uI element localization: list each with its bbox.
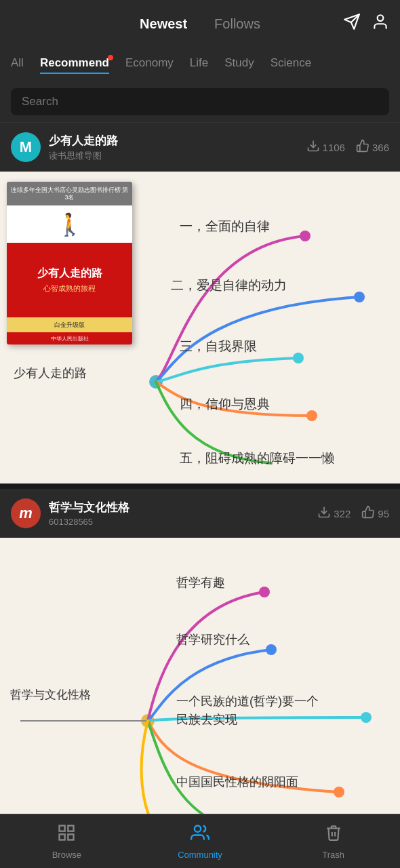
mindmap-1-node-3: 三，自我界限 [180, 338, 257, 355]
mindmap-2: 哲学与文化性格 哲学有趣 哲学研究什么 一个民族的道(哲学)要一个民族去实现 中… [0, 538, 400, 823]
download-icon-2 [317, 505, 331, 522]
avatar-2: m [11, 498, 41, 528]
nav-community-label: Community [178, 850, 222, 860]
mindmap-2-node-3: 一个民族的道(哲学)要一个民族去实现 [176, 692, 319, 729]
svg-point-6 [354, 292, 365, 302]
card-2: m 哲学与文化性格 601328565 322 [0, 489, 400, 823]
svg-rect-16 [60, 825, 65, 831]
mindmap-1-node-5: 五，阻碍成熟的障碍一一懒 [180, 450, 334, 467]
card-2-like-count: 95 [378, 508, 389, 519]
card-2-meta: 哲学与文化性格 601328565 [49, 500, 317, 527]
svg-rect-17 [68, 825, 74, 831]
card-2-download-count: 322 [334, 508, 351, 519]
send-icon[interactable] [343, 13, 361, 35]
search-input[interactable] [11, 88, 389, 115]
svg-point-12 [266, 644, 277, 655]
category-tabs: All Recommend Economy Life Study Science [0, 47, 400, 81]
mindmap-1-node-1: 一，全面的自律 [180, 218, 270, 235]
card-1-meta: 少有人走的路 读书思维导图 [49, 133, 306, 162]
nav-browse-label: Browse [52, 850, 81, 860]
nav-trash-label: Trash [322, 850, 344, 860]
recommend-badge [108, 55, 113, 60]
card-1-download-stat: 1106 [306, 139, 345, 156]
app-header: Newest Follows [0, 0, 400, 47]
card-2-subtitle: 601328565 [49, 517, 317, 527]
avatar-1: M [11, 132, 41, 162]
card-1-like-count: 366 [372, 142, 389, 153]
trash-icon [325, 823, 342, 847]
mindmap-2-node-1: 哲学有趣 [176, 574, 225, 591]
category-recommend[interactable]: Recommend [40, 56, 109, 73]
mindmap-1-node-2: 二，爱是自律的动力 [171, 277, 287, 294]
header-icons [343, 13, 389, 35]
card-1-subtitle: 读书思维导图 [49, 150, 306, 162]
category-life[interactable]: Life [190, 56, 208, 73]
card-2-download-stat: 322 [317, 505, 351, 522]
mindmap-2-node-4: 中国国民性格的阴阳面 [176, 774, 298, 790]
nav-community[interactable]: Community [134, 823, 267, 860]
category-science[interactable]: Science [271, 56, 311, 73]
svg-point-11 [259, 587, 270, 597]
profile-icon[interactable] [372, 13, 389, 35]
search-bar [0, 81, 400, 123]
card-2-stats: 322 95 [317, 505, 389, 522]
svg-point-2 [378, 15, 384, 21]
svg-point-5 [300, 231, 311, 241]
card-1-stats: 1106 366 [306, 139, 389, 156]
bottom-nav: Browse Community Trash [0, 814, 400, 868]
browse-icon [57, 823, 76, 847]
card-1-title: 少有人走的路 [49, 133, 306, 149]
book-label-2: 哲学与文化性格 [10, 687, 91, 703]
content-area: M 少有人走的路 读书思维导图 1106 [0, 123, 400, 868]
svg-point-13 [361, 712, 372, 723]
svg-rect-19 [68, 834, 74, 840]
svg-point-7 [293, 353, 304, 363]
nav-trash[interactable]: Trash [266, 823, 400, 860]
tab-follows[interactable]: Follows [214, 16, 260, 32]
like-icon-2 [361, 505, 375, 522]
download-icon [306, 139, 320, 156]
category-all[interactable]: All [11, 56, 24, 73]
card-2-header: m 哲学与文化性格 601328565 322 [0, 489, 400, 538]
like-icon [356, 139, 369, 156]
card-2-title: 哲学与文化性格 [49, 500, 317, 515]
tab-newest[interactable]: Newest [140, 16, 187, 32]
nav-browse[interactable]: Browse [0, 823, 134, 860]
category-study[interactable]: Study [224, 56, 254, 73]
svg-point-15 [334, 787, 344, 797]
mindmap-1: 连续多年全国大书店心灵励志图书排行榜 第3名 🚶 少有人走的路 心智成熟的旅程 … [0, 172, 400, 484]
svg-rect-18 [60, 834, 65, 840]
community-icon [190, 823, 210, 847]
mindmap-2-node-2: 哲学研究什么 [176, 631, 249, 648]
mindmap-1-node-4: 四，信仰与恩典 [180, 395, 270, 413]
card-1-download-count: 1106 [323, 142, 345, 153]
header-tabs: Newest Follows [140, 16, 260, 32]
svg-point-8 [306, 410, 317, 421]
card-1-like-stat: 366 [356, 139, 389, 156]
card-1: M 少有人走的路 读书思维导图 1106 [0, 123, 400, 484]
svg-point-20 [195, 825, 201, 831]
card-2-like-stat: 95 [361, 505, 389, 522]
card-1-header: M 少有人走的路 读书思维导图 1106 [0, 123, 400, 172]
category-economy[interactable]: Economy [125, 56, 174, 73]
